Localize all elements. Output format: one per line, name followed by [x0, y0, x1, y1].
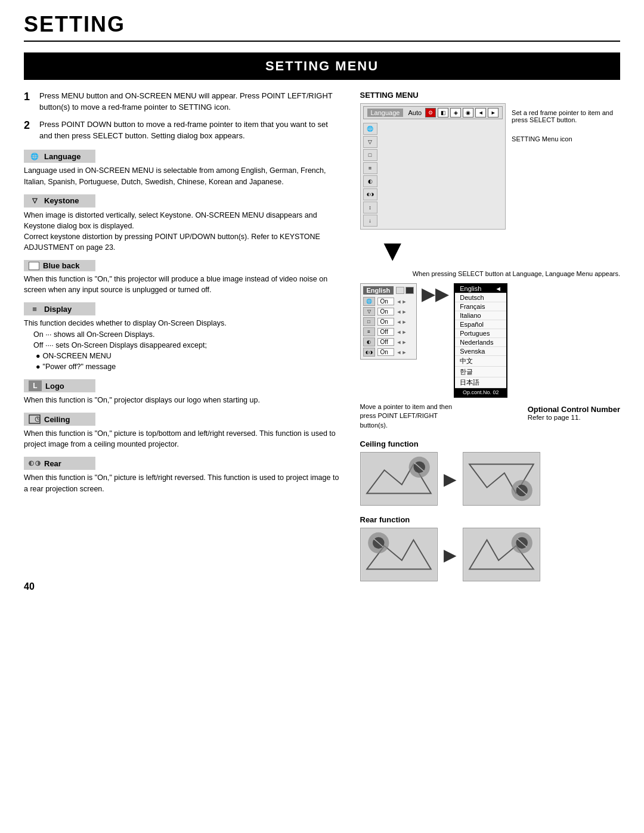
page-number: 40	[24, 581, 35, 592]
lang-row-icon-1: 🌐	[363, 297, 375, 306]
rear-images: ▶	[360, 528, 621, 581]
feature-display-label: ≡ Display	[24, 302, 95, 315]
lang-row-value-5: Off	[377, 338, 394, 346]
menu-bar: Language Auto ⚙ ◧ ◈ ◉ ◄ ►	[363, 106, 503, 119]
ceiling-function-title: Ceiling function	[360, 439, 621, 448]
ceiling-before-svg	[361, 453, 437, 505]
lang-row-btn-1: ◄►	[397, 299, 407, 305]
side-icon-3: □	[363, 149, 377, 161]
menu-icon-3: ◈	[450, 108, 461, 117]
section-header: SETTING MENU	[24, 52, 620, 80]
lang-row-6: ◐◑ On ◄►	[363, 348, 414, 357]
menu-diagram-box: Language Auto ⚙ ◧ ◈ ◉ ◄ ►	[360, 103, 506, 230]
side-icon-7: ↕	[363, 202, 377, 213]
logo-description: When this function is "On," projector di…	[24, 395, 342, 405]
lang-row-value-2: On	[377, 308, 394, 315]
ceiling-after-image	[463, 452, 540, 506]
feature-ceiling-label: Ceiling	[24, 413, 95, 426]
keystone-icon: ▽	[29, 196, 41, 206]
lang-list-chinese: 中文	[455, 356, 506, 367]
rear-description: When this function is "On," picture is l…	[24, 472, 342, 494]
rear-function-title: Rear function	[360, 515, 621, 524]
main-content: 1 Press MENU button and ON-SCREEN MENU w…	[24, 91, 620, 584]
menu-icon-6: ►	[488, 108, 499, 117]
step-1-number: 1	[24, 91, 35, 113]
display-label-text: Display	[44, 305, 72, 314]
lang-list-english: English◄	[455, 284, 506, 293]
lang-row-2: ▽ On ◄►	[363, 307, 414, 316]
lang-list-deutsch: Deutsch	[455, 293, 506, 302]
lang-list-wrapper: English◄ Deutsch Français Italiano Españ…	[454, 283, 507, 398]
blue-back-label-text: Blue back	[43, 261, 79, 270]
lang-row-icon-6: ◐◑	[363, 348, 375, 357]
lang-row-value-4: Off	[377, 328, 394, 336]
feature-keystone-label: ▽ Keystone	[24, 194, 95, 208]
op-count: Op.cont.No. 02	[455, 388, 506, 397]
lang-rows: 🌐 On ◄► ▽ On ◄► □ On ◄►	[363, 297, 414, 357]
lang-row-btn-5: ◄►	[397, 339, 407, 345]
left-column: 1 Press MENU button and ON-SCREEN MENU w…	[24, 91, 342, 584]
lang-bar-icon-1	[396, 287, 404, 294]
feature-blue-back: Blue back When this function is "On," th…	[24, 260, 342, 295]
language-label-text: Language	[44, 152, 80, 161]
rear-label-text: Rear	[44, 459, 61, 468]
lang-bar-icons	[396, 287, 414, 294]
ceiling-description: When this function is "On," picture is t…	[24, 428, 342, 450]
display-item-on: On ··· shows all On-Screen Displays.	[33, 329, 342, 340]
language-description: Language used in ON-SCREEN MENU is selec…	[24, 165, 342, 187]
feature-logo: L Logo When this function is "On," proje…	[24, 379, 342, 405]
lang-list-korean: 한글	[455, 367, 506, 377]
menu-bar-label: Language	[367, 109, 404, 117]
lang-list-svenska: Svenska	[455, 347, 506, 356]
rear-arrow-icon: ▶	[444, 545, 457, 565]
feature-display: ≡ Display This function decides whether …	[24, 302, 342, 372]
step-1-text: Press MENU button and ON-SCREEN MENU wil…	[39, 91, 342, 113]
lang-row-icon-2: ▽	[363, 307, 375, 316]
menu-icon-5: ◄	[475, 108, 486, 117]
keystone-label-text: Keystone	[44, 196, 79, 205]
lang-row-btn-4: ◄►	[397, 329, 407, 335]
logo-label-text: Logo	[45, 382, 64, 391]
side-icons: 🌐 ▽ □ ≡ ◐ ◐◑ ↕ ↓	[363, 123, 377, 227]
ceiling-images: ▶	[360, 452, 621, 506]
side-icon-8: ↓	[363, 215, 377, 227]
rear-before-image	[360, 528, 438, 581]
ceiling-label-text: Ceiling	[44, 415, 70, 424]
display-item-off: Off ···· sets On-Screen Displays disappe…	[33, 340, 342, 351]
side-icon-1: 🌐	[363, 123, 377, 135]
lang-list: English◄ Deutsch Français Italiano Españ…	[454, 283, 507, 398]
lang-menu-bar: English	[363, 286, 414, 295]
menu-panel: Language Auto ⚙ ◧ ◈ ◉ ◄ ►	[360, 103, 506, 230]
feature-ceiling: Ceiling When this function is "On," pict…	[24, 413, 342, 450]
lang-row-value-3: On	[377, 318, 394, 326]
feature-language: 🌐 Language Language used in ON-SCREEN ME…	[24, 150, 342, 187]
rear-after-image	[463, 528, 540, 581]
ceiling-function-section: Ceiling function ▶	[360, 439, 621, 506]
lang-row-1: 🌐 On ◄►	[363, 297, 414, 306]
menu-body: 🌐 ▽ □ ≡ ◐ ◐◑ ↕ ↓	[363, 123, 503, 227]
lang-row-3: □ On ◄►	[363, 317, 414, 326]
diagram-bottom-notes: Move a pointer to item and then press PO…	[360, 402, 621, 430]
lang-list-nederlands: Nederlands	[455, 338, 506, 347]
rear-function-section: Rear function ▶	[360, 515, 621, 581]
lang-list-francais: Français	[455, 302, 506, 311]
rear-after-svg	[463, 528, 540, 581]
rear-icon	[29, 458, 41, 469]
feature-language-label: 🌐 Language	[24, 150, 95, 163]
side-icon-4: ≡	[363, 162, 377, 174]
side-icon-2: ▽	[363, 136, 377, 148]
annotation-set-red-frame: Set a red frame pointer to item and pres…	[512, 109, 620, 123]
feature-rear: Rear When this function is "On," picture…	[24, 457, 342, 494]
move-note: Move a pointer to item and then press PO…	[360, 402, 456, 430]
annotation-setting-menu-icon: SETTING Menu icon	[512, 135, 620, 143]
ceiling-icon	[29, 414, 41, 425]
right-diagram-title: SETTING MENU	[360, 91, 621, 100]
step-2: 2 Press POINT DOWN button to move a red-…	[24, 119, 342, 142]
lang-row-5: ◐ Off ◄►	[363, 337, 414, 346]
lang-row-btn-3: ◄►	[397, 319, 407, 325]
blue-back-description: When this function is "On," this project…	[24, 274, 342, 295]
ceiling-after-svg	[463, 453, 540, 505]
lang-row-btn-2: ◄►	[397, 309, 407, 315]
display-sub-onscreen: ●ON-SCREEN MENU	[36, 351, 342, 361]
lang-left-panel: English 🌐 On ◄► ▽	[360, 283, 417, 360]
